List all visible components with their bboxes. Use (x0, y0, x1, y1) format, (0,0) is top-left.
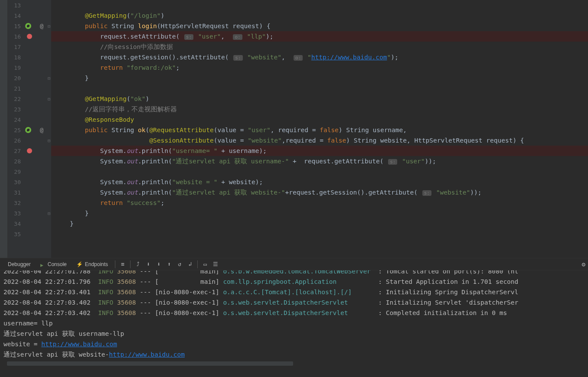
gutter-row[interactable]: 13 (8, 0, 51, 10)
at-icon: @ (40, 127, 43, 133)
code-line[interactable] (51, 166, 588, 177)
code-line[interactable] (51, 229, 588, 239)
code-line[interactable]: @GetMapping("/login") (51, 10, 588, 21)
gutter-row[interactable]: 26⊟ (8, 135, 51, 146)
code-line[interactable]: @SessionAttribute(value = "website",requ… (51, 135, 588, 146)
left-margin (0, 0, 8, 258)
gutter-row[interactable]: 18 (8, 52, 51, 62)
tab-debugger[interactable]: Debugger (3, 260, 35, 269)
separator (115, 260, 115, 268)
tab-endpoints[interactable]: ⚡Endpoints (72, 260, 112, 269)
gutter-row[interactable]: 24 (8, 114, 51, 125)
gutter-row[interactable]: 32 (8, 198, 51, 208)
gutter-icons (25, 148, 51, 153)
output-line: website = http://www.baidu.com (3, 339, 585, 349)
up-button[interactable]: ⤴ (133, 260, 143, 269)
log-line: 2022-08-04 22:27:01.796 INFO 35608 --- [… (3, 276, 585, 287)
url-link[interactable]: http://www.baidu.com (41, 341, 117, 348)
gutter-row[interactable]: 27 (8, 146, 51, 156)
line-number: 29 (8, 169, 25, 175)
gutter-row[interactable]: 25@ (8, 125, 51, 135)
line-number: 13 (8, 2, 25, 9)
gutter-row[interactable]: 14 (8, 10, 51, 21)
log-line: 2022-08-04 22:27:03.402 INFO 35608 --- [… (3, 297, 585, 308)
breakpoint-icon[interactable] (27, 34, 32, 39)
code-line[interactable] (51, 0, 588, 10)
line-number: 23 (8, 106, 25, 113)
fold-icon[interactable]: ⊟ (48, 211, 50, 216)
gutter-row[interactable]: 33⊟ (8, 208, 51, 218)
code-line[interactable]: } (51, 73, 588, 83)
debug-panel: Debugger Console ⚡Endpoints ≡ ⤴ ⬇ ⬇ ⬆ ↺ … (0, 258, 588, 377)
code-line[interactable]: //返回字符串，不走视图解析器 (51, 104, 588, 114)
code-line[interactable]: //向session中添加数据 (51, 42, 588, 52)
line-number: 30 (8, 179, 25, 185)
code-line[interactable] (51, 83, 588, 94)
spring-icon[interactable] (25, 127, 31, 133)
code-line[interactable]: System.out.println("username= " + userna… (51, 146, 588, 156)
fold-icon[interactable]: ⊟ (48, 138, 50, 143)
url-link[interactable]: http://www.baidu.com (109, 351, 185, 358)
code-line[interactable]: return "success"; (51, 198, 588, 208)
spring-icon[interactable] (25, 23, 31, 29)
line-number: 22 (8, 96, 25, 102)
code-line[interactable]: } (51, 218, 588, 229)
gutter[interactable]: 131415@⊟1617181920⊟2122⊟232425@26⊟272829… (8, 0, 51, 258)
line-number: 18 (8, 54, 25, 61)
code-line[interactable]: request.setAttribute( s: "user", o: "llp… (51, 31, 588, 42)
breakpoint-icon[interactable] (27, 148, 32, 153)
gutter-row[interactable]: 22⊟ (8, 94, 51, 104)
line-number: 28 (8, 158, 25, 165)
line-number: 16 (8, 33, 25, 40)
output-line: 通过servlet api 获取 username-llp (3, 328, 585, 339)
code-line[interactable]: System.out.println("website = " + websit… (51, 177, 588, 187)
gutter-row[interactable]: 23 (8, 104, 51, 114)
line-number: 21 (8, 85, 25, 92)
upload-button[interactable]: ⬆ (164, 260, 174, 269)
code-line[interactable]: System.out.println("通过servlet api 获取 use… (51, 156, 588, 166)
horizontal-scrollbar[interactable] (7, 361, 293, 366)
tab-console[interactable]: Console (36, 260, 71, 269)
line-number: 33 (8, 210, 25, 217)
gutter-row[interactable]: 21 (8, 83, 51, 94)
gutter-row[interactable]: 16 (8, 31, 51, 42)
code-line[interactable]: public String login(HttpServletRequest r… (51, 21, 588, 31)
code-line[interactable]: public String ok(@RequestAttribute(value… (51, 125, 588, 135)
gear-icon[interactable]: ⚙ (582, 261, 585, 268)
gutter-row[interactable]: 15@⊟ (8, 21, 51, 31)
code-line[interactable]: return "forward:/ok"; (51, 62, 588, 73)
gutter-row[interactable]: 20⊟ (8, 73, 51, 83)
gutter-row[interactable]: 28 (8, 156, 51, 166)
line-number: 17 (8, 44, 25, 50)
download-button[interactable]: ⬇ (144, 260, 153, 269)
code-line[interactable]: System.out.println("通过servlet api 获取 web… (51, 187, 588, 198)
console-output[interactable]: 2022-08-04 22:27:01.788 INFO 35608 --- [… (0, 270, 588, 377)
download2-button[interactable]: ⬇ (154, 260, 163, 269)
fold-icon[interactable]: ⊟ (48, 24, 50, 29)
clear-button[interactable]: ☰ (211, 260, 220, 269)
fold-icon[interactable]: ⊟ (48, 97, 50, 101)
fold-icon[interactable]: ⊟ (48, 76, 50, 81)
code-area[interactable]: @GetMapping("/login") public String logi… (51, 0, 588, 258)
code-line[interactable]: @ResponseBody (51, 114, 588, 125)
soft-wrap-button[interactable]: ↲ (185, 260, 195, 269)
gutter-row[interactable]: 35 (8, 229, 51, 239)
code-line[interactable]: request.getSession().setAttribute( s: "w… (51, 52, 588, 62)
line-number: 25 (8, 127, 25, 133)
wrap-button[interactable]: ↺ (175, 260, 184, 269)
line-number: 35 (8, 231, 25, 237)
gutter-row[interactable]: 29 (8, 166, 51, 177)
gutter-row[interactable]: 17 (8, 42, 51, 52)
gutter-row[interactable]: 31 (8, 187, 51, 198)
line-number: 31 (8, 189, 25, 196)
filter-button[interactable]: ≡ (118, 260, 127, 269)
gutter-row[interactable]: 19 (8, 62, 51, 73)
at-icon: @ (40, 23, 43, 29)
scroll-button[interactable]: ▭ (200, 260, 210, 269)
line-number: 32 (8, 200, 25, 206)
gutter-row[interactable]: 30 (8, 177, 51, 187)
code-line[interactable]: } (51, 208, 588, 218)
code-line[interactable]: @GetMapping("ok") (51, 94, 588, 104)
gutter-row[interactable]: 34 (8, 218, 51, 229)
console-icon (40, 262, 46, 267)
